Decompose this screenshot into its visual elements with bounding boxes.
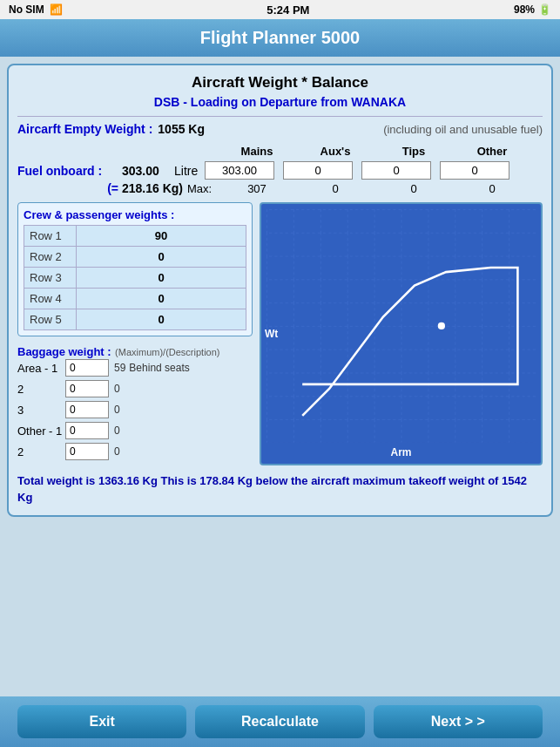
crew-row: Row 5 xyxy=(24,309,246,330)
baggage-area-label: 2 xyxy=(17,383,65,396)
empty-weight-value: 1055 Kg xyxy=(158,122,205,136)
baggage-area-input[interactable] xyxy=(65,359,109,377)
fuel-input-tips[interactable] xyxy=(361,161,431,180)
baggage-area-max: 0 xyxy=(114,445,120,458)
baggage-area-label: 3 xyxy=(17,404,65,417)
crew-row-label: Row 5 xyxy=(24,309,77,330)
baggage-title: Baggage weight : xyxy=(17,345,111,358)
crew-row-value[interactable] xyxy=(77,226,246,247)
fuel-eq-label: (= xyxy=(17,181,122,195)
lower-section: Crew & passenger weights : Row 1 Row 2 R… xyxy=(17,202,543,465)
empty-weight-row: Aircarft Empty Weight : 1055 Kg (includi… xyxy=(17,122,543,136)
baggage-row: Other - 1 0 xyxy=(17,422,253,439)
status-left: No SIM 📶 xyxy=(9,3,63,16)
baggage-area-input[interactable] xyxy=(65,380,109,397)
baggage-area-desc: Behind seats xyxy=(129,362,189,374)
fuel-max-tips: 0 xyxy=(374,182,453,195)
fuel-input-other[interactable] xyxy=(440,161,509,180)
crew-table: Row 1 Row 2 Row 3 Row 4 Row 5 xyxy=(24,225,246,330)
baggage-areas: Area - 1 59 Behind seats 2 0 3 0 Other -… xyxy=(17,359,253,460)
main-card: Aircraft Weight * Balance DSB - Loading … xyxy=(7,64,553,517)
fuel-input-mains[interactable] xyxy=(205,161,274,180)
time-label: 5:24 PM xyxy=(267,3,309,17)
chart-wt-label: Wt xyxy=(265,328,278,340)
subtitle: DSB - Loading on Departure from WANAKA xyxy=(17,95,543,109)
fuel-col-tips: Tips xyxy=(374,145,453,158)
crew-row: Row 3 xyxy=(24,268,246,289)
baggage-row: 2 0 xyxy=(17,380,253,397)
crew-row-value[interactable] xyxy=(77,247,246,268)
crew-card: Crew & passenger weights : Row 1 Row 2 R… xyxy=(17,202,253,336)
chart-svg xyxy=(267,209,536,443)
fuel-max-values: 307 0 0 0 xyxy=(218,182,531,195)
crew-row-label: Row 2 xyxy=(24,247,77,268)
fuel-value: 303.00 xyxy=(122,164,174,178)
status-bar: No SIM 📶 5:24 PM 98% 🔋 xyxy=(0,0,560,19)
fuel-col-mains: Mains xyxy=(218,145,296,158)
baggage-area-input[interactable] xyxy=(65,401,109,418)
crew-row-value[interactable] xyxy=(77,268,246,289)
crew-row: Row 1 xyxy=(24,226,246,247)
baggage-area-label: 2 xyxy=(17,445,65,458)
crew-row-label: Row 3 xyxy=(24,268,77,289)
fuel-inputs xyxy=(205,161,518,180)
svg-point-2 xyxy=(438,323,445,329)
total-weight-text: Total weight is 1363.16 Kg This is 178.8… xyxy=(17,472,543,506)
battery-label: 98% xyxy=(514,3,535,16)
next-button[interactable]: Next > > xyxy=(374,705,543,738)
crew-row: Row 4 xyxy=(24,289,246,309)
empty-weight-label: Aircarft Empty Weight : xyxy=(17,122,152,136)
crew-row-value[interactable] xyxy=(77,289,246,309)
baggage-row: Area - 1 59 Behind seats xyxy=(17,359,253,377)
fuel-headers: Mains Aux's Tips Other xyxy=(218,145,543,158)
baggage-section: Baggage weight : (Maximum)/(Description)… xyxy=(17,343,253,460)
exit-button[interactable]: Exit xyxy=(17,705,186,738)
chart-arm-label: Arm xyxy=(390,446,411,458)
baggage-area-max: 0 xyxy=(114,424,120,437)
chart-panel: Wt Arm xyxy=(260,202,543,465)
baggage-row: 3 0 xyxy=(17,401,253,418)
baggage-area-input[interactable] xyxy=(65,443,109,460)
crew-row-label: Row 4 xyxy=(24,289,77,309)
baggage-area-max: 0 xyxy=(114,404,120,416)
fuel-unit: Litre xyxy=(174,164,205,178)
fuel-col-auxs: Aux's xyxy=(296,145,374,158)
empty-weight-note: (including oil and unusable fuel) xyxy=(383,123,543,136)
section-heading: Aircraft Weight * Balance xyxy=(17,74,543,92)
app-title: Flight Planner 5000 xyxy=(200,28,360,47)
battery-icon: 🔋 xyxy=(538,3,551,16)
recalculate-button[interactable]: Recalculate xyxy=(195,705,364,738)
fuel-max-other: 0 xyxy=(453,182,531,195)
title-bar: Flight Planner 5000 xyxy=(0,19,560,57)
baggage-area-label: Other - 1 xyxy=(17,424,65,438)
left-panel: Crew & passenger weights : Row 1 Row 2 R… xyxy=(17,202,253,465)
baggage-area-input[interactable] xyxy=(65,422,109,439)
baggage-area-max: 0 xyxy=(114,383,120,395)
divider-1 xyxy=(17,116,543,117)
bottom-bar: Exit Recalculate Next > > xyxy=(0,696,560,747)
fuel-max-auxs: 0 xyxy=(296,182,374,195)
fuel-max-label: Max: xyxy=(187,182,218,195)
wifi-icon: 📶 xyxy=(50,3,63,16)
fuel-input-auxs[interactable] xyxy=(283,161,353,180)
baggage-row: 2 0 xyxy=(17,443,253,460)
crew-row-value[interactable] xyxy=(77,309,246,330)
baggage-sub: (Maximum)/(Description) xyxy=(115,347,219,357)
carrier-label: No SIM xyxy=(9,3,44,16)
fuel-max-row: (= 218.16 Kg) Max: 307 0 0 0 xyxy=(17,181,543,195)
fuel-kg-value: 218.16 Kg) xyxy=(122,181,187,195)
baggage-area-label: Area - 1 xyxy=(17,362,65,375)
crew-row: Row 2 xyxy=(24,247,246,268)
baggage-header: Baggage weight : (Maximum)/(Description) xyxy=(17,343,253,359)
crew-title: Crew & passenger weights : xyxy=(24,208,246,221)
svg-rect-1 xyxy=(267,209,536,443)
crew-row-label: Row 1 xyxy=(24,226,77,247)
baggage-area-max: 59 xyxy=(114,362,125,374)
fuel-max-mains: 307 xyxy=(218,182,296,195)
fuel-inputs-row: Fuel onboard : 303.00 Litre xyxy=(17,161,543,180)
fuel-col-other: Other xyxy=(453,145,531,158)
fuel-label: Fuel onboard : xyxy=(17,164,122,178)
fuel-section: Mains Aux's Tips Other Fuel onboard : 30… xyxy=(17,145,543,195)
status-right: 98% 🔋 xyxy=(514,3,551,16)
main-content: Aircraft Weight * Balance DSB - Loading … xyxy=(0,57,560,696)
